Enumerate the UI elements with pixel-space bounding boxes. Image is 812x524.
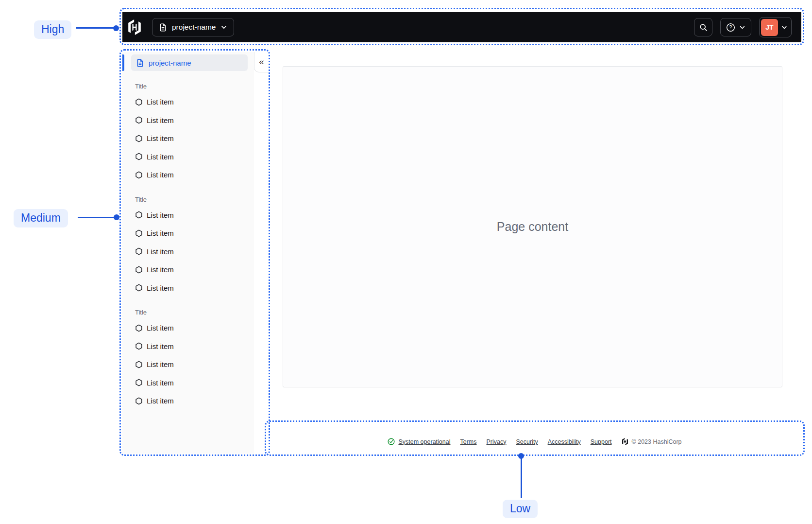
hexagon-icon xyxy=(135,229,143,237)
search-button[interactable] xyxy=(694,18,712,36)
top-navbar: project-name ? J xyxy=(122,12,801,42)
hashicorp-logo-icon xyxy=(127,19,142,35)
sidebar-item[interactable]: List item xyxy=(135,93,249,111)
annotation-connector-medium xyxy=(78,217,116,218)
copyright-text: © 2023 HashiCorp xyxy=(632,438,682,445)
annotation-dot-low xyxy=(518,453,524,459)
help-menu-button[interactable]: ? xyxy=(720,18,751,36)
sidebar-nav: TitleList itemList itemList itemList ite… xyxy=(122,83,254,410)
hexagon-icon xyxy=(135,397,143,405)
chevron-down-icon xyxy=(779,24,790,31)
hexagon-icon xyxy=(135,324,143,332)
sidebar-item[interactable]: List item xyxy=(135,355,249,374)
sidebar-collapse-strip: « xyxy=(254,52,269,454)
sidebar-item-label: List item xyxy=(147,134,174,142)
sidebar-collapse-tab: « xyxy=(254,52,269,72)
sidebar-item[interactable]: List item xyxy=(135,279,249,297)
sidebar-item[interactable]: List item xyxy=(135,243,249,261)
hexagon-icon xyxy=(135,247,143,255)
project-switcher-label: project-name xyxy=(172,23,216,32)
document-icon xyxy=(136,59,144,67)
footer-link[interactable]: Terms xyxy=(460,438,476,445)
sidebar-section-title: Title xyxy=(135,196,249,203)
sidebar-project-item[interactable]: project-name xyxy=(131,54,248,71)
sidebar-item-label: List item xyxy=(147,171,174,179)
sidebar-item-label: List item xyxy=(147,342,174,350)
sidebar-item[interactable]: List item xyxy=(135,166,249,184)
sidebar-item[interactable]: List item xyxy=(135,319,249,337)
sidebar-item-label: List item xyxy=(147,265,174,274)
sidebar-section-title: Title xyxy=(135,309,249,316)
hexagon-icon xyxy=(135,266,143,274)
sidebar-item[interactable]: List item xyxy=(135,392,249,410)
hexagon-icon xyxy=(135,284,143,292)
footer-link[interactable]: Support xyxy=(591,438,612,445)
footer-link[interactable]: Accessibility xyxy=(548,438,581,445)
annotation-label-low: Low xyxy=(503,500,538,518)
screenshot-canvas: project-name ? J xyxy=(0,0,812,524)
sidebar-item-label: List item xyxy=(147,379,174,387)
footer-link[interactable]: Security xyxy=(516,438,538,445)
document-icon xyxy=(159,23,167,32)
status-label: System operational xyxy=(398,438,450,445)
sidebar-item[interactable]: List item xyxy=(135,111,249,130)
annotation-dot-high xyxy=(113,25,119,31)
search-icon xyxy=(699,23,708,32)
sidebar-item-label: List item xyxy=(147,98,174,106)
sidebar-item-label: List item xyxy=(147,247,174,256)
annotation-connector-high xyxy=(76,27,115,29)
sidebar-item[interactable]: List item xyxy=(135,337,249,356)
hexagon-icon xyxy=(135,116,143,124)
project-switcher-button[interactable]: project-name xyxy=(152,18,234,36)
user-avatar: JT xyxy=(761,19,778,36)
sidebar-item-label: List item xyxy=(147,397,174,405)
footer: System operational TermsPrivacySecurityA… xyxy=(265,420,805,456)
hexagon-icon xyxy=(135,135,143,142)
sidebar-item-label: List item xyxy=(147,360,174,368)
annotation-label-high: High xyxy=(34,20,71,39)
page-content-placeholder: Page content xyxy=(283,66,782,387)
hexagon-icon xyxy=(135,379,143,386)
sidebar-item-label: List item xyxy=(147,116,174,124)
sidebar-item-label: List item xyxy=(147,324,174,332)
page-content-label: Page content xyxy=(497,220,568,234)
sidebar: project-name TitleList itemList itemList… xyxy=(122,52,254,454)
hexagon-icon xyxy=(135,342,143,350)
footer-links-row: System operational TermsPrivacySecurityA… xyxy=(265,427,805,456)
help-icon: ? xyxy=(726,23,735,32)
sidebar-header: project-name xyxy=(122,52,254,71)
hexagon-icon xyxy=(135,171,143,179)
footer-link[interactable]: Privacy xyxy=(487,438,507,445)
sidebar-project-label: project-name xyxy=(149,59,191,67)
chevron-down-icon xyxy=(739,24,745,31)
hexagon-icon xyxy=(135,361,143,368)
sidebar-item-label: List item xyxy=(147,229,174,237)
active-item-indicator xyxy=(122,54,124,71)
user-menu-button[interactable]: JT xyxy=(759,17,792,37)
svg-text:?: ? xyxy=(729,24,732,30)
annotation-label-medium: Medium xyxy=(14,209,68,227)
sidebar-collapse-button[interactable]: « xyxy=(259,57,264,68)
navbar-right-group: ? JT xyxy=(694,17,792,37)
hexagon-icon xyxy=(135,98,143,106)
sidebar-item[interactable]: List item xyxy=(135,148,249,166)
sidebar-item[interactable]: List item xyxy=(135,374,249,392)
sidebar-item-label: List item xyxy=(147,211,174,219)
sidebar-item[interactable]: List item xyxy=(135,224,249,243)
check-circle-icon xyxy=(388,438,395,445)
annotation-connector-low xyxy=(521,457,522,498)
annotation-dot-medium xyxy=(114,214,119,220)
sidebar-item[interactable]: List item xyxy=(135,206,249,225)
status-link[interactable]: System operational xyxy=(388,438,450,445)
sidebar-section-title: Title xyxy=(135,83,249,90)
hashicorp-logo-icon xyxy=(622,438,628,445)
hexagon-icon xyxy=(135,211,143,219)
sidebar-item[interactable]: List item xyxy=(135,129,249,148)
hexagon-icon xyxy=(135,153,143,160)
sidebar-item-label: List item xyxy=(147,153,174,161)
chevron-down-icon xyxy=(220,24,227,31)
footer-copyright: © 2023 HashiCorp xyxy=(622,438,682,445)
sidebar-item-label: List item xyxy=(147,284,174,292)
sidebar-item[interactable]: List item xyxy=(135,261,249,279)
